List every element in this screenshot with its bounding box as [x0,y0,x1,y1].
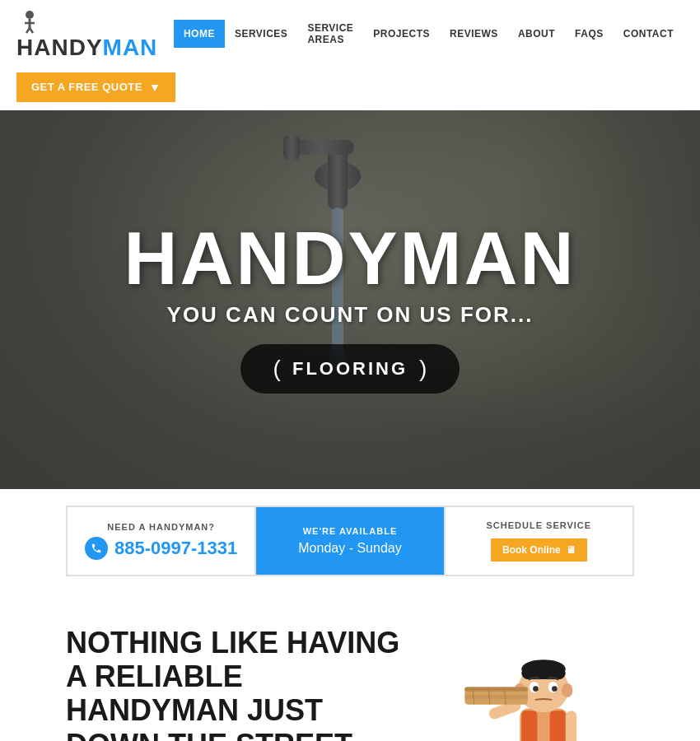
svg-rect-13 [550,711,566,741]
svg-line-4 [30,28,33,33]
nav-projects[interactable]: PROJECTS [363,20,440,48]
svg-rect-12 [521,711,537,741]
nav-home[interactable]: HOME [174,20,225,48]
availability-cell: WE'RE AVAILABLE Monday - Sunday [256,507,445,575]
phone-cell: NEED A HANDYMAN? 885-0997-1331 [68,507,256,575]
hero-badge-right-paren: ) [419,356,427,382]
logo-icon [16,8,43,35]
hero-badge-left-paren: ( [273,356,281,382]
svg-point-0 [26,11,34,19]
phone-number: 885-0997-1331 [114,538,237,559]
book-btn-label: Book Online [502,544,561,556]
svg-rect-27 [464,687,528,691]
content-left: NOTHING LIKE HAVING A RELIABLE HANDYMAN … [66,626,420,741]
hero-title: HANDYMAN [124,221,576,296]
svg-rect-28 [464,695,528,699]
logo: HANDYMAN [16,7,174,61]
content-section: NOTHING LIKE HAVING A RELIABLE HANDYMAN … [0,593,700,741]
svg-point-22 [533,686,539,692]
nav-faqs[interactable]: FAQS [565,20,614,48]
logo-man: MAN [103,35,158,60]
logo-handy: HANDY [16,35,103,60]
svg-point-19 [562,683,572,697]
nav-service-areas[interactable]: SERVICE AREAS [297,14,363,54]
hero-badge: ( FLOORING ) [240,344,460,394]
nav-about[interactable]: ABOUT [508,20,565,48]
svg-rect-25 [566,711,576,741]
nav-contact[interactable]: CONTACT [614,20,684,48]
info-bar: NEED A HANDYMAN? 885-0997-1331 WE'RE AVA… [66,506,634,576]
book-online-button[interactable]: Book Online 🖥 [491,538,587,562]
quote-btn-label: GET A FREE QUOTE [31,81,142,93]
nav-services[interactable]: SERVICES [225,20,297,48]
get-free-quote-button[interactable]: GET A FREE QUOTE ▼ [16,72,175,102]
handyman-cartoon [453,626,634,741]
phone-icon [85,537,108,560]
svg-point-23 [552,686,558,692]
hero-section: HANDYMAN YOU CAN COUNT ON US FOR... ( FL… [0,110,700,489]
available-label: WE'RE AVAILABLE [303,526,398,536]
phone-label: NEED A HANDYMAN? [107,522,215,532]
content-right [453,626,634,741]
hero-badge-text: FLOORING [292,358,408,380]
svg-rect-17 [521,666,566,678]
schedule-label: SCHEDULE SERVICE [486,520,591,530]
available-value: Monday - Sunday [298,541,401,556]
phone-value: 885-0997-1331 [85,537,237,560]
book-btn-icon: 🖥 [566,544,576,556]
header: HANDYMAN HOME SERVICES SERVICE AREAS PRO… [0,0,700,68]
content-heading: NOTHING LIKE HAVING A RELIABLE HANDYMAN … [66,626,420,741]
hero-subtitle: YOU CAN COUNT ON US FOR... [167,302,534,328]
nav-reviews[interactable]: REVIEWS [440,20,508,48]
schedule-cell: SCHEDULE SERVICE Book Online 🖥 [446,507,632,575]
hero-content: HANDYMAN YOU CAN COUNT ON US FOR... ( FL… [0,110,700,489]
quote-bar: GET A FREE QUOTE ▼ [0,68,700,110]
main-nav: HOME SERVICES SERVICE AREAS PROJECTS REV… [174,14,684,54]
quote-btn-arrow: ▼ [149,81,161,94]
